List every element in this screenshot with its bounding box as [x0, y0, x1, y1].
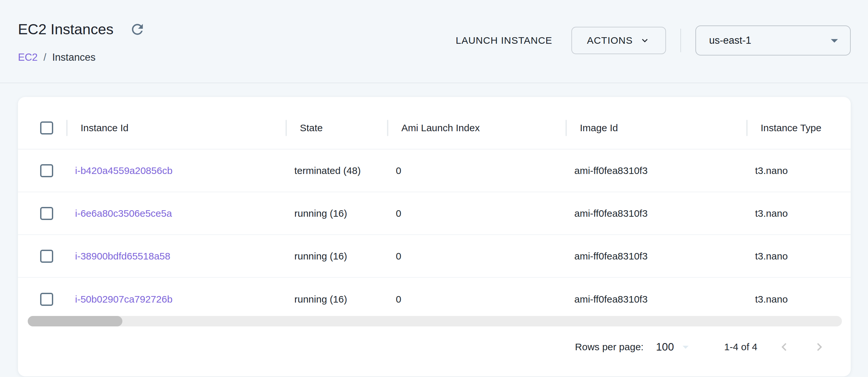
row-checkbox[interactable]	[40, 293, 53, 306]
launch-instance-button[interactable]: LAUNCH INSTANCE	[456, 35, 552, 46]
next-page-button[interactable]	[811, 339, 828, 355]
table-row[interactable]: i-38900bdfd65518a58 running (16) 0 ami-f…	[18, 235, 851, 278]
instance-type-cell: t3.nano	[747, 192, 851, 234]
instance-type-cell: t3.nano	[747, 278, 851, 320]
instance-id-link[interactable]: i-6e6a80c3506e5ce5a	[67, 192, 286, 234]
state-cell: running (16)	[286, 192, 388, 234]
instance-id-link[interactable]: i-b420a4559a20856cb	[67, 150, 286, 192]
image-id-cell: ami-ff0fea8310f3	[566, 150, 747, 192]
chevron-down-icon	[639, 35, 650, 46]
state-cell: terminated (48)	[286, 150, 388, 192]
breadcrumb-separator: /	[43, 52, 46, 63]
actions-button-label: ACTIONS	[587, 35, 633, 46]
image-id-cell: ami-ff0fea8310f3	[566, 235, 747, 277]
pagination-bar: Rows per page: 100 1-4 of 4	[575, 339, 828, 355]
column-header-image-id[interactable]: Image Id	[566, 107, 747, 149]
table-body: i-b420a4559a20856cb terminated (48) 0 am…	[18, 150, 851, 320]
column-header-instance-type[interactable]: Instance Type	[747, 107, 851, 149]
ami-launch-index-cell: 0	[388, 278, 566, 320]
state-cell: running (16)	[286, 278, 388, 320]
row-checkbox[interactable]	[40, 164, 53, 177]
triangle-down-icon	[826, 32, 843, 49]
instances-table-card: Instance Id State Ami Launch Index Image…	[18, 97, 851, 376]
refresh-icon	[129, 21, 146, 37]
actions-button[interactable]: ACTIONS	[571, 27, 666, 54]
refresh-button[interactable]	[129, 21, 146, 38]
table-row[interactable]: i-b420a4559a20856cb terminated (48) 0 am…	[18, 150, 851, 192]
region-select-value: us-east-1	[709, 35, 751, 46]
previous-page-button[interactable]	[776, 339, 793, 355]
row-checkbox[interactable]	[40, 250, 53, 263]
instance-id-link[interactable]: i-38900bdfd65518a58	[67, 235, 286, 277]
instance-id-link[interactable]: i-50b02907ca792726b	[67, 278, 286, 320]
horizontal-scrollbar-thumb[interactable]	[28, 316, 122, 326]
column-header-state[interactable]: State	[286, 107, 388, 149]
column-header-ami-launch-index[interactable]: Ami Launch Index	[388, 107, 566, 149]
rows-per-page-select[interactable]: 100	[656, 340, 693, 354]
ami-launch-index-cell: 0	[388, 150, 566, 192]
select-all-checkbox[interactable]	[40, 121, 53, 134]
horizontal-scrollbar-track[interactable]	[28, 316, 842, 326]
instance-type-cell: t3.nano	[747, 150, 851, 192]
row-checkbox[interactable]	[40, 207, 53, 220]
breadcrumb-current: Instances	[52, 52, 96, 63]
table-row[interactable]: i-50b02907ca792726b running (16) 0 ami-f…	[18, 278, 851, 320]
table-header-row: Instance Id State Ami Launch Index Image…	[18, 107, 851, 150]
image-id-cell: ami-ff0fea8310f3	[566, 278, 747, 320]
chevron-right-icon	[811, 339, 827, 355]
image-id-cell: ami-ff0fea8310f3	[566, 192, 747, 234]
header-checkbox-cell	[18, 107, 67, 149]
table-row[interactable]: i-6e6a80c3506e5ce5a running (16) 0 ami-f…	[18, 192, 851, 235]
chevron-left-icon	[776, 339, 792, 355]
ami-launch-index-cell: 0	[388, 192, 566, 234]
state-cell: running (16)	[286, 235, 388, 277]
pagination-range: 1-4 of 4	[724, 341, 757, 352]
top-header: EC2 Instances EC2 / Instances LAUNCH INS…	[0, 0, 868, 83]
instance-type-cell: t3.nano	[747, 235, 851, 277]
rows-per-page-label: Rows per page:	[575, 341, 644, 352]
breadcrumb-ec2-link[interactable]: EC2	[18, 52, 37, 63]
column-header-instance-id[interactable]: Instance Id	[67, 107, 286, 149]
breadcrumb: EC2 / Instances	[18, 52, 96, 63]
toolbar-divider	[680, 29, 681, 52]
page-title: EC2 Instances	[18, 21, 114, 38]
ami-launch-index-cell: 0	[388, 235, 566, 277]
rows-per-page-value: 100	[656, 341, 674, 353]
triangle-down-icon	[678, 340, 693, 354]
region-select[interactable]: us-east-1	[695, 26, 851, 56]
